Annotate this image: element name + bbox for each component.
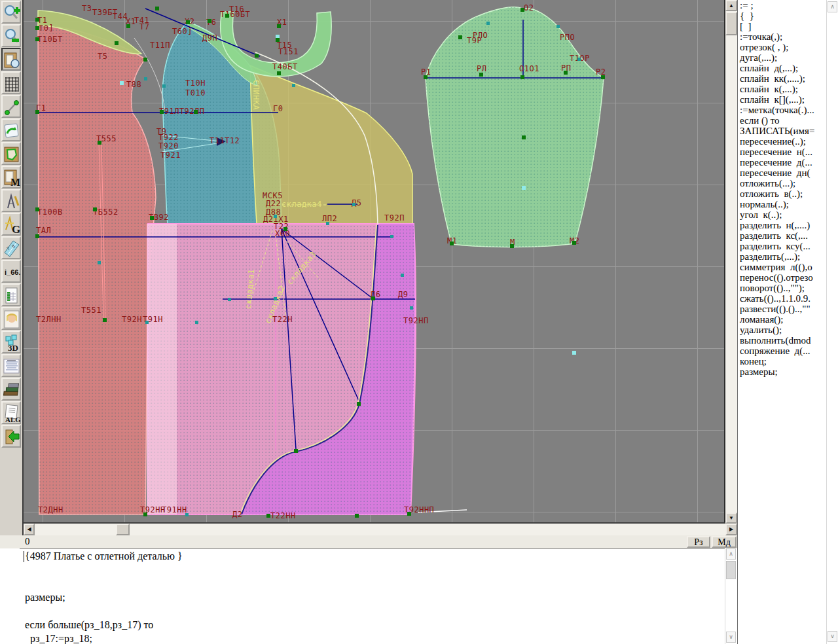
- toolbar-size-table-button[interactable]: [1, 283, 21, 306]
- toolbar-reference-books-button[interactable]: [1, 378, 21, 401]
- command-item[interactable]: разделить н(,....): [738, 220, 826, 230]
- command-scroll-up-button[interactable]: ∧: [828, 1, 837, 12]
- canvas-scroll-left-button[interactable]: ◀: [24, 524, 35, 535]
- command-item[interactable]: конец;: [738, 356, 826, 367]
- toolbar-drawing-tools-button[interactable]: [1, 189, 21, 212]
- left-toolbar: MG78i_66.3DALG: [0, 0, 22, 537]
- command-item[interactable]: разделить ксу(...: [738, 241, 826, 251]
- command-item[interactable]: нормаль(..);: [738, 199, 826, 209]
- canvas-hscrollbar[interactable]: [24, 524, 737, 535]
- command-item[interactable]: выполнить(dmod: [738, 335, 826, 346]
- command-item[interactable]: { }: [738, 10, 826, 21]
- command-item[interactable]: сопряжение д(...: [738, 346, 826, 356]
- editor-scroll-down-button[interactable]: ∨: [726, 632, 736, 643]
- grid-icon: [3, 74, 20, 94]
- editor-vscroll-thumb[interactable]: [726, 561, 736, 579]
- command-item[interactable]: разделить кс(,...: [738, 230, 826, 241]
- canvas-hscroll-thumb[interactable]: [116, 524, 130, 535]
- command-item[interactable]: отложить(...);: [738, 178, 826, 188]
- sheet-preview-icon: [3, 50, 20, 70]
- command-item[interactable]: сплайн к(,...);: [738, 84, 826, 94]
- command-item[interactable]: угол к(..);: [738, 209, 826, 220]
- command-list: := ;{ }[ ]:=точка(,);отрезок( , );дуга(,…: [737, 0, 826, 644]
- image-export-icon: [3, 121, 20, 141]
- toolbar-algorithm-doc-button[interactable]: ALG: [1, 401, 21, 424]
- text-list-icon: [3, 357, 20, 376]
- size-table-icon: [3, 286, 20, 306]
- toolbar-m-document-button[interactable]: M: [1, 166, 21, 188]
- command-item[interactable]: разделить(,...);: [738, 251, 826, 262]
- i66-button-icon: i_66.: [3, 262, 20, 282]
- md-button[interactable]: Мд: [712, 536, 737, 548]
- toolbar-view-3d-button[interactable]: 3D: [1, 331, 21, 353]
- toolbar-grid-button[interactable]: [1, 71, 21, 94]
- svg-text:3D: 3D: [8, 343, 18, 353]
- editor-line: [20, 563, 725, 577]
- command-item[interactable]: поворот(()..,"");: [738, 283, 826, 293]
- canvas-vscroll-thumb[interactable]: [725, 12, 737, 35]
- zoom-in-icon: [3, 3, 20, 23]
- command-item[interactable]: ЗАПИСАТЬ(имя=: [738, 126, 826, 136]
- canvas-scroll-up-button[interactable]: ▲: [725, 0, 737, 11]
- command-item[interactable]: пересечение д(...: [738, 157, 826, 168]
- view-3d-icon: 3D: [3, 333, 20, 353]
- toolbar-sheet-preview-button[interactable]: [1, 48, 21, 71]
- toolbar-pattern-piece-button[interactable]: [1, 142, 21, 165]
- command-item[interactable]: размеры;: [738, 367, 826, 377]
- command-item[interactable]: пересечение н(...: [738, 147, 826, 157]
- command-item[interactable]: сжать(()..,1.1.0.9.: [738, 293, 826, 304]
- command-item[interactable]: :=метка(точка(.)...: [738, 105, 826, 115]
- reference-books-icon: [3, 380, 20, 400]
- command-list-scrollbar[interactable]: ∧ ∨: [826, 0, 838, 644]
- command-item[interactable]: отложить в(..);: [738, 188, 826, 199]
- toolbar-segment-button[interactable]: [1, 95, 21, 118]
- toolbar-text-list-button[interactable]: [1, 354, 21, 377]
- toolbar-g-tools-button[interactable]: G: [1, 213, 21, 236]
- canvas-vscrollbar[interactable]: [725, 0, 737, 524]
- command-item[interactable]: пересечение дн(: [738, 168, 826, 178]
- toolbar-measure-tape-button[interactable]: 78: [1, 236, 21, 259]
- command-item[interactable]: перенос(().отрезо: [738, 272, 826, 283]
- toolbar-zoom-out-button[interactable]: [1, 24, 21, 47]
- rz-button[interactable]: Рз: [687, 536, 710, 548]
- command-item[interactable]: развести(().()..,"": [738, 304, 826, 314]
- svg-text:M: M: [10, 177, 20, 188]
- zoom-out-icon: [3, 27, 20, 46]
- exit-icon: [3, 427, 20, 447]
- segment-icon: [3, 98, 20, 117]
- canvas-scroll-down-button[interactable]: ▼: [725, 512, 737, 524]
- command-item[interactable]: сплайн д(,...);: [738, 63, 826, 73]
- toolbar-exit-button[interactable]: [1, 425, 21, 448]
- command-item[interactable]: ломаная();: [738, 314, 826, 325]
- toolbar-i66-button-button[interactable]: i_66.: [1, 260, 21, 283]
- command-item[interactable]: дуга(,...);: [738, 52, 826, 63]
- toolbar-image-export-button[interactable]: [1, 118, 21, 141]
- editor-scroll-up-button[interactable]: ∧: [726, 548, 736, 560]
- pattern-piece-icon: [3, 145, 20, 164]
- command-item[interactable]: симметрия л((),о: [738, 262, 826, 272]
- command-item[interactable]: :=точка(,);: [738, 31, 826, 42]
- command-item[interactable]: пересечение(..);: [738, 136, 826, 147]
- editor-vscrollbar[interactable]: ∧ ∨: [725, 548, 737, 644]
- m-document-icon: M: [3, 168, 20, 188]
- editor-line: рз_17:=рз_18;: [20, 632, 725, 644]
- model-photo-icon: [3, 310, 20, 329]
- command-item[interactable]: [ ]: [738, 21, 826, 31]
- command-item[interactable]: отрезок( , );: [738, 42, 826, 52]
- command-item[interactable]: если () то: [738, 115, 826, 126]
- editor-line: [20, 577, 725, 590]
- toolbar-model-photo-button[interactable]: [1, 307, 21, 330]
- command-scroll-down-button[interactable]: ∨: [828, 631, 837, 642]
- svg-text:G: G: [12, 223, 20, 235]
- program-editor[interactable]: {4987 Платье с отлетной деталью } размер…: [20, 548, 725, 644]
- command-item[interactable]: := ;: [738, 0, 826, 10]
- editor-line: если больше(рз_18,рз_17) то: [20, 618, 725, 632]
- command-item[interactable]: сплайн к[](,...);: [738, 94, 826, 105]
- toolbar-zoom-in-button[interactable]: [1, 1, 21, 24]
- svg-text:ALG: ALG: [5, 416, 20, 423]
- command-item[interactable]: сплайн кк(,....);: [738, 73, 826, 84]
- coordinate-indicator: 0: [25, 536, 30, 547]
- drawing-canvas[interactable]: [24, 0, 725, 524]
- canvas-scroll-right-button[interactable]: ▶: [725, 524, 737, 535]
- command-item[interactable]: удалить();: [738, 325, 826, 335]
